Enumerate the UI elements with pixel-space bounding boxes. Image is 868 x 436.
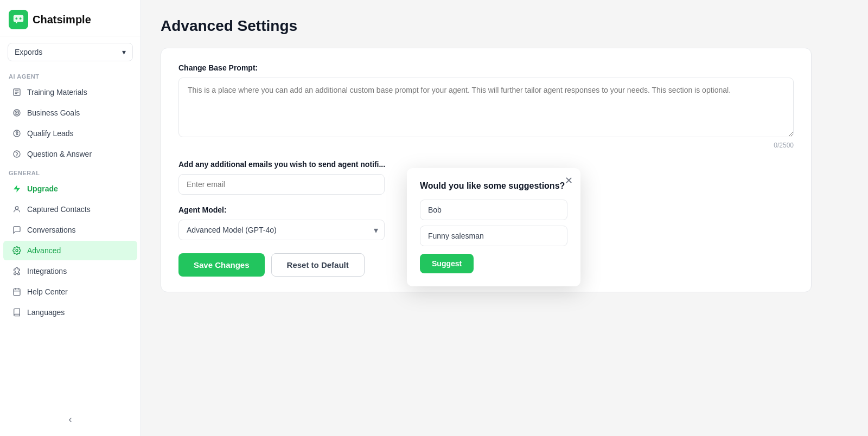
- book-icon: [12, 307, 22, 317]
- sidebar-item-label: Qualify Leads: [27, 129, 74, 138]
- suggestions-popup: Would you like some suggestions? ✕ Sugge…: [407, 168, 580, 286]
- base-prompt-textarea[interactable]: [178, 78, 794, 137]
- sidebar-item-integrations[interactable]: Integrations: [3, 261, 137, 281]
- sidebar-item-label: Business Goals: [27, 108, 80, 117]
- sidebar-item-label: Help Center: [27, 287, 68, 296]
- logo-area: Chatsimple: [0, 0, 141, 36]
- svg-point-16: [16, 249, 18, 252]
- workspace-selector[interactable]: Expords ▾: [8, 43, 133, 61]
- sidebar-item-conversations[interactable]: Conversations: [3, 220, 137, 240]
- gear-icon: [12, 246, 22, 255]
- sidebar-item-captured-contacts[interactable]: Captured Contacts: [3, 200, 137, 219]
- sidebar-item-label: Question & Answer: [27, 150, 92, 158]
- puzzle-icon: [12, 266, 22, 276]
- save-changes-button[interactable]: Save Changes: [178, 253, 265, 277]
- char-count: 0/2500: [178, 142, 794, 149]
- collapse-sidebar-button[interactable]: ‹: [69, 414, 72, 425]
- app-name: Chatsimple: [33, 14, 91, 26]
- sidebar-item-training-materials[interactable]: Training Materials: [3, 82, 137, 102]
- svg-marker-14: [14, 185, 20, 192]
- svg-point-2: [20, 17, 22, 20]
- target-icon: [12, 108, 22, 118]
- page-title: Advanced Settings: [161, 17, 848, 35]
- email-input[interactable]: [178, 174, 385, 195]
- svg-point-15: [15, 207, 18, 209]
- ai-agent-section-label: AI Agent: [0, 68, 141, 82]
- sidebar: Chatsimple Expords ▾ AI Agent Training M…: [0, 0, 141, 436]
- sidebar-item-languages[interactable]: Languages: [3, 303, 137, 322]
- sidebar-item-label: Languages: [27, 308, 65, 317]
- suggestion-input-2[interactable]: [420, 226, 567, 246]
- reset-to-default-button[interactable]: Reset to Default: [271, 253, 365, 277]
- workspace-name: Expords: [15, 48, 42, 56]
- sidebar-item-label: Conversations: [27, 226, 76, 234]
- agent-model-select[interactable]: Advanced Model (GPT-4o) Standard Model (…: [178, 220, 385, 240]
- sidebar-item-label: Upgrade: [27, 184, 58, 193]
- svg-point-9: [16, 112, 17, 113]
- close-suggestions-button[interactable]: ✕: [565, 176, 573, 185]
- document-icon: [12, 87, 22, 97]
- sidebar-item-upgrade[interactable]: Upgrade: [3, 179, 137, 198]
- email-section-label: Add any additional emails you wish to se…: [178, 160, 794, 169]
- sidebar-item-help-center[interactable]: Help Center: [3, 282, 137, 302]
- model-select-wrapper: Advanced Model (GPT-4o) Standard Model (…: [178, 220, 385, 240]
- suggest-button[interactable]: Suggest: [420, 254, 474, 273]
- sidebar-item-label: Captured Contacts: [27, 205, 91, 214]
- logo-icon: [9, 10, 28, 29]
- sidebar-item-label: Integrations: [27, 267, 67, 275]
- sidebar-item-advanced[interactable]: Advanced: [3, 241, 137, 260]
- sidebar-item-question-answer[interactable]: Question & Answer: [3, 144, 137, 164]
- suggestion-input-1[interactable]: [420, 200, 567, 220]
- dollar-icon: [12, 129, 22, 138]
- chevron-down-icon: ▾: [122, 48, 126, 56]
- lightning-icon: [12, 184, 22, 194]
- sidebar-item-label: Advanced: [27, 246, 61, 255]
- calendar-icon: [12, 287, 22, 297]
- chat-icon: [12, 225, 22, 235]
- svg-rect-17: [14, 289, 20, 296]
- help-icon: [12, 149, 22, 159]
- svg-rect-0: [14, 15, 23, 22]
- svg-point-1: [16, 17, 18, 20]
- sidebar-item-qualify-leads[interactable]: Qualify Leads: [3, 124, 137, 143]
- sidebar-item-business-goals[interactable]: Business Goals: [3, 103, 137, 123]
- base-prompt-label: Change Base Prompt:: [178, 63, 794, 72]
- suggestions-title: Would you like some suggestions?: [420, 181, 567, 191]
- general-section-label: General: [0, 164, 141, 178]
- person-icon: [12, 204, 22, 214]
- svg-point-13: [17, 156, 17, 156]
- sidebar-item-label: Training Materials: [27, 88, 87, 97]
